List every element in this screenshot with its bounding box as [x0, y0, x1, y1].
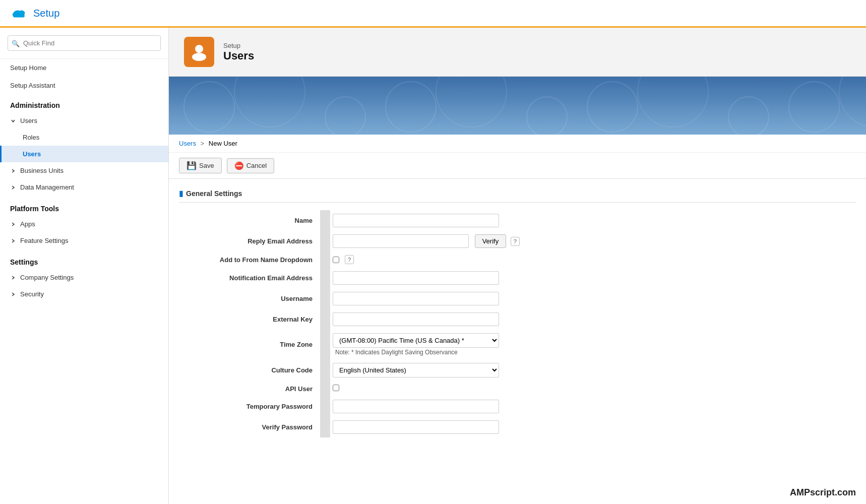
svg-rect-3 [13, 14, 25, 17]
notif-email-input[interactable] [333, 271, 499, 285]
action-bar: 💾 Save ⛔ Cancel [169, 153, 866, 179]
divider [320, 330, 330, 359]
divider [320, 251, 330, 268]
value-verify-password [330, 417, 856, 437]
sidebar-item-security[interactable]: Security [0, 286, 168, 302]
salesforce-logo [10, 4, 28, 22]
sidebar-item-apps[interactable]: Apps [0, 216, 168, 232]
divider [320, 359, 330, 381]
divider [320, 381, 330, 396]
user-icon [190, 43, 208, 61]
field-row-add-from-name: Add to From Name Dropdown ? [179, 251, 856, 268]
save-icon: 💾 [187, 161, 197, 170]
label-verify-password: Verify Password [179, 417, 320, 437]
blue-decorative-banner [169, 77, 866, 135]
breadcrumb-parent-link[interactable]: Users [179, 140, 196, 147]
field-row-timezone: Time Zone (GMT-12:00) International Date… [179, 330, 856, 359]
sidebar-link-setup-assistant[interactable]: Setup Assistant [0, 77, 168, 94]
sidebar-section-administration: Administration Users Roles Users Busines… [0, 94, 168, 196]
sidebar-item-business-units[interactable]: Business Units [0, 162, 168, 179]
divider [320, 417, 330, 437]
svg-point-5 [192, 53, 206, 61]
reply-email-input[interactable] [333, 234, 469, 248]
section-toggle-icon[interactable]: ▮ [179, 189, 183, 198]
value-culture-code: English (United States) English (United … [330, 359, 856, 381]
field-row-name: Name [179, 210, 856, 231]
verify-button[interactable]: Verify [475, 234, 507, 248]
label-api-user: API User [179, 381, 320, 396]
sidebar-item-users-label: Users [20, 117, 37, 124]
sidebar-sub-item-users[interactable]: Users [0, 146, 168, 162]
cancel-icon: ⛔ [234, 161, 244, 170]
field-row-verify-password: Verify Password [179, 417, 856, 437]
page-title: Users [223, 49, 254, 62]
chevron-right-icon-bu [10, 168, 16, 174]
external-key-input[interactable] [333, 312, 499, 326]
form-area: Users > New User 💾 Save ⛔ Cancel ▮ [169, 135, 866, 504]
sidebar-section-platform-tools: Platform Tools Apps Feature Settings [0, 198, 168, 249]
timezone-select[interactable]: (GMT-12:00) International Date Line West… [333, 333, 499, 348]
section-header-general: ▮ General Settings [179, 184, 856, 203]
field-row-external-key: External Key [179, 309, 856, 330]
divider [320, 231, 330, 251]
verify-password-input[interactable] [333, 420, 499, 434]
cancel-button[interactable]: ⛔ Cancel [227, 158, 274, 173]
add-from-name-checkbox[interactable] [333, 257, 339, 263]
sidebar-item-company-settings-label: Company Settings [20, 274, 74, 281]
name-input[interactable] [333, 214, 499, 227]
temp-password-input[interactable] [333, 400, 499, 413]
breadcrumb-current: New User [209, 140, 237, 147]
value-notif-email [330, 268, 856, 288]
quick-find-input[interactable] [8, 35, 161, 51]
label-name: Name [179, 210, 320, 231]
value-name [330, 210, 856, 231]
sidebar-sub-item-roles[interactable]: Roles [0, 129, 168, 146]
sidebar-item-data-management-label: Data Management [20, 183, 74, 191]
divider [320, 309, 330, 330]
content-area: Setup Users Users > New User 💾 Save ⛔ [169, 28, 866, 504]
cancel-label: Cancel [246, 162, 267, 169]
chevron-right-icon-apps [10, 221, 16, 227]
section-label-general: General Settings [186, 190, 242, 198]
sidebar-section-settings: Settings Company Settings Security [0, 251, 168, 302]
save-button[interactable]: 💾 Save [179, 158, 222, 173]
sidebar-item-apps-label: Apps [20, 220, 35, 228]
chevron-right-icon-fs [10, 238, 16, 244]
sidebar-link-setup-home[interactable]: Setup Home [0, 59, 168, 77]
general-settings-table: Name Reply Email Address [179, 210, 856, 437]
field-row-culture-code: Culture Code English (United States) Eng… [179, 359, 856, 381]
sidebar-item-feature-settings[interactable]: Feature Settings [0, 232, 168, 249]
help-icon-add-from-name[interactable]: ? [345, 255, 354, 264]
page-subtitle: Setup [223, 42, 254, 49]
divider [320, 268, 330, 288]
value-timezone: (GMT-12:00) International Date Line West… [330, 330, 856, 359]
help-icon-reply-email[interactable]: ? [511, 237, 520, 246]
chevron-right-icon-sec [10, 291, 16, 297]
chevron-right-icon-dm [10, 184, 16, 191]
sidebar-section-header-platform-tools: Platform Tools [0, 198, 168, 216]
sidebar-item-feature-settings-label: Feature Settings [20, 237, 68, 244]
value-reply-email: Verify ? [330, 231, 856, 251]
sidebar-item-business-units-label: Business Units [20, 167, 64, 174]
culture-code-select[interactable]: English (United States) English (United … [333, 363, 499, 377]
value-api-user [330, 381, 856, 396]
username-input[interactable] [333, 292, 499, 305]
sidebar-item-data-management[interactable]: Data Management [0, 179, 168, 196]
form-body: ▮ General Settings Name [169, 179, 866, 453]
value-external-key [330, 309, 856, 330]
label-reply-email: Reply Email Address [179, 231, 320, 251]
field-row-username: Username [179, 288, 856, 309]
sidebar-section-header-settings: Settings [0, 251, 168, 269]
timezone-note: Note: * Indicates Daylight Saving Observ… [333, 348, 851, 356]
sidebar-item-company-settings[interactable]: Company Settings [0, 269, 168, 286]
app-title: Setup [33, 8, 59, 19]
sidebar-item-users-expandable[interactable]: Users [0, 112, 168, 129]
page-icon [184, 37, 214, 67]
breadcrumb: Users > New User [169, 135, 866, 153]
label-notif-email: Notification Email Address [179, 268, 320, 288]
divider [320, 210, 330, 231]
api-user-checkbox[interactable] [333, 385, 339, 391]
field-row-notif-email: Notification Email Address [179, 268, 856, 288]
header-text: Setup Users [223, 42, 254, 62]
breadcrumb-separator: > [201, 140, 205, 147]
